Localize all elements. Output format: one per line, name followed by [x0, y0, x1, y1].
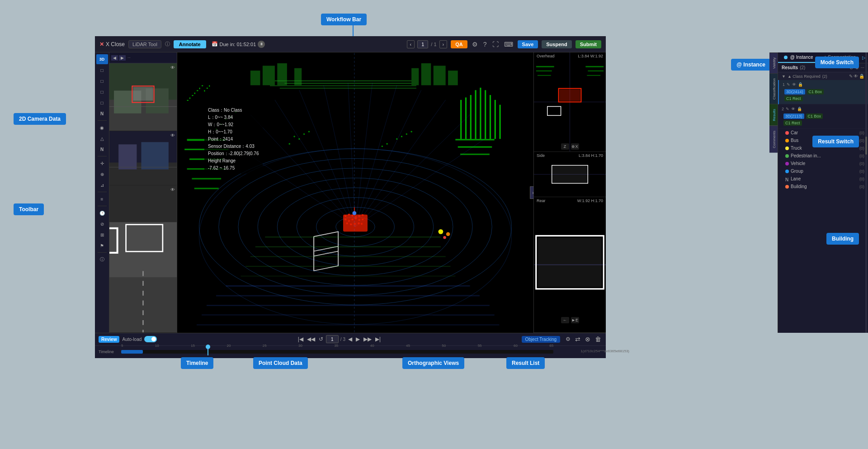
info-icon[interactable]: ⓘ — [165, 41, 170, 47]
instance-tab[interactable]: @ Instance — [778, 52, 819, 63]
help-icon-button[interactable]: ? — [482, 40, 488, 49]
transport-play-button[interactable]: ▶ — [355, 336, 361, 342]
calendar-icon: 📅 — [212, 41, 218, 47]
class-required-lock-icon[interactable]: 🔒 — [859, 74, 864, 79]
save-button[interactable]: Save — [518, 40, 538, 48]
transport-fast-forward-button[interactable]: ▶▶ — [363, 336, 373, 342]
nav-next-button[interactable]: › — [439, 40, 448, 48]
result-item-1-edit[interactable]: ✎ — [787, 82, 790, 87]
category-pedestrian[interactable]: Pedestrian in... (0) — [778, 152, 868, 160]
svg-point-113 — [387, 143, 388, 144]
transport-start-button[interactable]: |◀ — [297, 336, 304, 342]
tool-clock-button[interactable]: 🕐 — [96, 208, 108, 218]
category-group[interactable]: Group (0) — [778, 167, 868, 175]
timeline-delete-button[interactable]: 🗑 — [594, 335, 602, 344]
transport-prev-button[interactable]: ◀ — [347, 336, 353, 342]
tool-n-button[interactable]: N — [96, 109, 108, 118]
tool-layers-button[interactable]: ⊕ — [96, 169, 108, 179]
review-badge: Review — [99, 336, 119, 343]
tool-info-button[interactable]: ⓘ — [96, 255, 108, 265]
ortho-z-button[interactable]: Z — [561, 143, 569, 150]
camera-next-button[interactable]: ▶ — [119, 55, 126, 61]
tool-menu-button[interactable]: ≡ — [96, 194, 108, 204]
tool-3d-button[interactable]: 3D — [96, 54, 108, 64]
segmentation-tab[interactable]: ✦ Segmentation — [819, 52, 860, 63]
category-lane[interactable]: N Lane (0) — [778, 175, 868, 183]
tool-circle-button[interactable]: ◉ — [96, 123, 108, 132]
category-truck[interactable]: Truck (0) — [778, 144, 868, 152]
tool-poly-button[interactable]: □ — [96, 87, 108, 97]
validity-tab[interactable]: Validity — [769, 52, 778, 73]
frame-input[interactable]: 1 — [326, 335, 339, 343]
ortho-e-button[interactable]: ►E — [571, 317, 579, 323]
result-item-1-lock[interactable]: 🔒 — [798, 82, 803, 87]
ortho-collapse-button[interactable]: › — [530, 186, 533, 199]
close-x-icon: ✕ — [99, 41, 104, 47]
expand-icon-button[interactable]: ⛶ — [491, 40, 500, 49]
result-item-1-eye[interactable]: 👁 — [792, 82, 796, 87]
pause-button[interactable]: ⏸ — [258, 41, 265, 48]
timeline-track-bar[interactable]: 5 10 15 20 25 30 35 40 45 50 55 60 65 — [121, 350, 553, 354]
tool-rect-button[interactable]: □ — [96, 65, 108, 75]
annotate-button[interactable]: Annotate — [174, 40, 206, 48]
svg-point-120 — [439, 229, 443, 234]
classification-tab[interactable]: Classification — [769, 73, 778, 104]
result-item-2-lock[interactable]: 🔒 — [797, 107, 802, 111]
transport-refresh-button[interactable]: ↺ — [318, 336, 324, 342]
category-building-count: (0) — [859, 184, 864, 189]
category-building[interactable]: Building (0) — [778, 183, 868, 190]
tool-rect2-button[interactable]: □ — [96, 76, 108, 86]
svg-point-112 — [411, 131, 412, 132]
camera-eye-icon-1[interactable]: 👁 — [170, 65, 175, 70]
timeline-settings-button[interactable]: ⚙ — [565, 335, 571, 343]
tool-n2-button[interactable]: N — [96, 144, 108, 154]
comments-tab[interactable]: Comments — [769, 126, 778, 153]
more-icon[interactable]: ··· — [861, 65, 864, 70]
category-bus[interactable]: Bus (0) — [778, 137, 868, 144]
result-item-2-header[interactable]: 2 ✎ 👁 🔒 — [780, 105, 866, 113]
result-item-1-header[interactable]: 1 ✎ 👁 🔒 — [781, 81, 866, 88]
auto-load-toggle[interactable] — [144, 336, 157, 342]
qa-button[interactable]: QA — [451, 40, 467, 48]
settings-icon[interactable]: ⚙ — [855, 65, 859, 70]
point-cloud-view[interactable]: › — [177, 52, 533, 333]
svg-point-45 — [221, 123, 222, 125]
submit-button[interactable]: Submit — [576, 40, 601, 48]
timeline-split-button[interactable]: ⇄ — [574, 335, 581, 344]
tool-flag-button[interactable]: ⚑ — [96, 241, 108, 250]
timeline-lock-button[interactable]: ⊗ — [584, 335, 591, 344]
category-car[interactable]: Car (0) — [778, 129, 868, 137]
nav-prev-button[interactable]: ‹ — [407, 40, 415, 48]
tool-cross-button[interactable]: ✛ — [96, 158, 108, 168]
category-vehicle[interactable]: Vehicle (0) — [778, 160, 868, 167]
transport-end-button[interactable]: ▶| — [374, 336, 382, 342]
class-required-eye-icon[interactable]: 👁 — [854, 74, 858, 79]
camera-prev-button[interactable]: ◀ — [111, 55, 118, 61]
tool-measure-button[interactable]: ⊿ — [96, 180, 108, 190]
results-side-tab[interactable]: Results — [769, 104, 778, 126]
ortho-x-button[interactable]: ⊗X — [571, 143, 579, 150]
filter-icon[interactable]: ⊘ — [849, 65, 853, 70]
keyboard-icon-button[interactable]: ⌨ — [503, 40, 514, 49]
class-required-edit-icon[interactable]: ✎ — [849, 74, 853, 79]
timeline-playhead[interactable] — [208, 346, 208, 355]
close-button[interactable]: ✕ X Close — [99, 41, 125, 47]
svg-point-86 — [346, 222, 348, 224]
class-required-header[interactable]: ▼ ▲ Class Required (2) ✎ 👁 🔒 — [778, 72, 868, 80]
result-item-2-eye[interactable]: 👁 — [791, 107, 795, 111]
tool-arrow-button[interactable]: △ — [96, 133, 108, 143]
transport-rewind-button[interactable]: ◀◀ — [306, 336, 316, 342]
tool-seg-button[interactable]: □ — [96, 98, 108, 108]
object-tracking-button[interactable]: Object Tracking — [522, 336, 560, 343]
result-item-1-c1rect-badge: C1 Rect — [784, 96, 803, 101]
svg-point-87 — [350, 223, 352, 225]
settings-icon-button[interactable]: ⚙ — [471, 40, 479, 49]
camera-eye-icon-3[interactable]: 👁 — [170, 187, 175, 192]
ortho-left-button[interactable]: ← — [561, 317, 569, 323]
tool-filter-button[interactable]: ⊘ — [96, 219, 108, 229]
suspend-button[interactable]: Suspend — [542, 40, 571, 48]
tool-grid-button[interactable]: ⊞ — [96, 230, 108, 240]
camera-eye-icon-2[interactable]: 👁 — [170, 133, 175, 138]
result-item-2-edit[interactable]: ✎ — [786, 107, 789, 111]
svg-rect-59 — [458, 146, 492, 147]
